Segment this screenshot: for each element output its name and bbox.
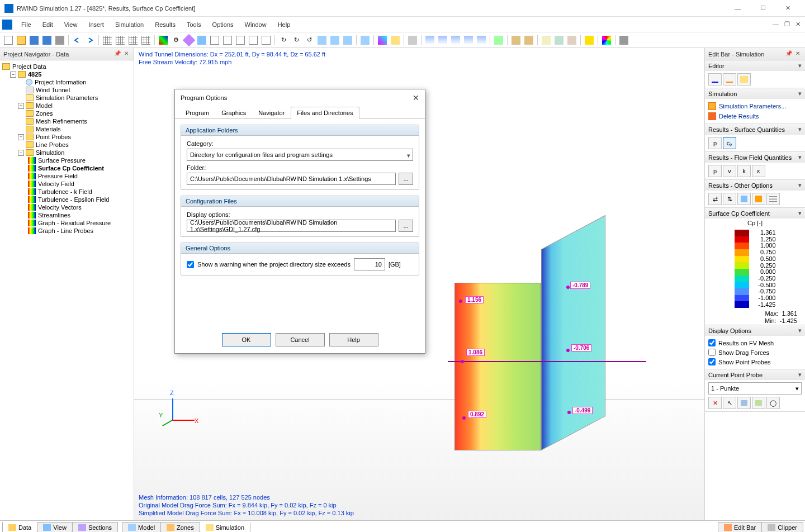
tree-line-probes[interactable]: Line Probes <box>0 141 134 149</box>
section-simulation[interactable]: Simulation▾ <box>705 88 805 99</box>
chk-show-drag[interactable]: Show Drag Forces <box>708 348 802 357</box>
section-editor[interactable]: Editor▾ <box>705 60 805 71</box>
tree-materials[interactable]: Materials <box>0 125 134 133</box>
tree-result-velocity-field[interactable]: Velocity Field <box>0 180 134 188</box>
axis-button[interactable] <box>157 34 169 46</box>
expand-icon[interactable]: + <box>18 134 24 140</box>
refresh-button-2[interactable]: ↻ <box>290 34 302 46</box>
menu-edit[interactable]: Edit <box>37 19 59 30</box>
probe-circle-button[interactable]: ◯ <box>766 397 780 409</box>
tree-result-velocity-vectors[interactable]: Velocity Vectors <box>0 203 134 211</box>
collapse-icon[interactable]: − <box>18 150 24 156</box>
menu-view[interactable]: View <box>59 19 83 30</box>
palette-button[interactable] <box>600 34 613 46</box>
other-btn-1[interactable]: ⇄ <box>708 193 722 205</box>
undo-button[interactable] <box>71 34 83 46</box>
tree-project-info[interactable]: Project Information <box>0 78 134 86</box>
obj-button-1[interactable] <box>510 34 522 46</box>
chk-show-point-probes[interactable]: Show Point Probes <box>708 357 802 367</box>
tree-result-turb-k[interactable]: Turbulence - k Field <box>0 188 134 196</box>
panel-close-icon[interactable]: ✕ <box>794 50 802 58</box>
other-btn-3[interactable] <box>737 193 751 205</box>
point-probe-select[interactable]: 1 - Punkte▾ <box>708 382 802 395</box>
misc-button-2[interactable] <box>553 34 565 46</box>
menu-simulation[interactable]: Simulation <box>110 19 149 30</box>
folder-field[interactable]: C:\Users\Public\Documents\Dlubal\RWIND S… <box>187 173 396 185</box>
flow-k-button[interactable]: k <box>737 165 751 177</box>
editor-btn-2[interactable] <box>723 73 736 86</box>
misc-button-1[interactable] <box>540 34 552 46</box>
layer-button-4[interactable] <box>449 34 462 46</box>
refresh-button-1[interactable]: ↻ <box>277 34 290 46</box>
layer-button-5[interactable] <box>462 34 475 46</box>
grid-button-3[interactable] <box>127 34 139 46</box>
tree-result-surface-pressure[interactable]: Surface Pressure <box>0 156 134 164</box>
tab-navigator[interactable]: Navigator <box>252 107 291 119</box>
menu-file[interactable]: File <box>16 19 37 30</box>
tree-result-graph-residual[interactable]: Graph - Residual Pressure <box>0 219 134 227</box>
flow-eps-button[interactable]: ε <box>752 165 765 177</box>
pin-icon[interactable]: 📌 <box>785 50 793 58</box>
section-surface-cp[interactable]: Surface Cp Coefficient▾ <box>705 208 805 218</box>
save-button[interactable] <box>28 34 40 46</box>
display-options-field[interactable]: C:\Users\Public\Documents\Dlubal\RWIND S… <box>187 220 396 232</box>
surf-p-button[interactable]: p <box>708 137 722 149</box>
new-button[interactable] <box>2 34 15 46</box>
ok-button[interactable]: OK <box>222 333 271 346</box>
tab-editbar[interactable]: Edit Bar <box>718 522 762 533</box>
close-button[interactable]: ✕ <box>775 0 801 17</box>
tool-button-5[interactable] <box>234 34 247 46</box>
mdi-minimize-button[interactable]: — <box>770 20 781 29</box>
menu-help[interactable]: Help <box>272 19 296 30</box>
tree-project[interactable]: −4825 <box>0 70 134 78</box>
project-tree[interactable]: Project Data −4825 Project Information W… <box>0 60 134 520</box>
save-all-button[interactable] <box>41 34 53 46</box>
tree-wind-tunnel[interactable]: Wind Tunnel <box>0 86 134 94</box>
tab-clipper[interactable]: Clipper <box>761 522 803 533</box>
category-dropdown[interactable]: Directory for configuration files and pr… <box>187 149 413 161</box>
misc-button-3[interactable] <box>566 34 578 46</box>
probe-img-button[interactable] <box>752 397 765 409</box>
menu-options[interactable]: Options <box>207 19 239 30</box>
other-btn-5[interactable] <box>766 193 780 205</box>
menu-tools[interactable]: Tools <box>181 19 207 30</box>
link-sim-params[interactable]: Simulation Parameters... <box>708 101 802 111</box>
layer-button-6[interactable] <box>475 34 487 46</box>
view-button-1[interactable] <box>316 34 328 46</box>
other-btn-4[interactable] <box>752 193 765 205</box>
layer-button-1[interactable] <box>406 34 419 46</box>
browse-button[interactable]: ... <box>399 173 413 185</box>
dialog-close-button[interactable]: ✕ <box>413 93 419 102</box>
tree-result-pressure-field[interactable]: Pressure Field <box>0 172 134 180</box>
other-btn-2[interactable]: ⇅ <box>723 193 736 205</box>
section-point-probe[interactable]: Current Point Probe▾ <box>705 369 805 380</box>
tab-program[interactable]: Program <box>179 107 215 119</box>
tab-zones[interactable]: Zones <box>160 522 200 533</box>
redo-button[interactable] <box>84 34 96 46</box>
warn-size-checkbox[interactable] <box>187 261 194 268</box>
maximize-button[interactable]: ☐ <box>750 0 775 17</box>
panel-close-icon[interactable]: ✕ <box>122 50 130 58</box>
tree-simulation[interactable]: −Simulation <box>0 149 134 156</box>
pin-icon[interactable]: 📌 <box>113 50 121 58</box>
view-button-4[interactable] <box>359 34 371 46</box>
section-display-options[interactable]: Display Options▾ <box>705 325 805 336</box>
tab-model[interactable]: Model <box>122 522 161 533</box>
tree-root[interactable]: Project Data <box>0 63 134 70</box>
menu-insert[interactable]: Insert <box>83 19 110 30</box>
plane-button[interactable] <box>618 34 630 46</box>
edit-button-1[interactable] <box>376 34 389 46</box>
tool-button-7[interactable] <box>260 34 272 46</box>
print-button[interactable] <box>54 34 66 46</box>
tree-result-surface-cp[interactable]: Surface Cp Coefficient <box>0 164 134 172</box>
flag-button[interactable] <box>583 34 595 46</box>
tab-data[interactable]: Data <box>2 522 37 533</box>
tool-button-4[interactable] <box>221 34 234 46</box>
editor-btn-3[interactable] <box>737 73 751 86</box>
view-button-3[interactable] <box>342 34 354 46</box>
tree-mesh-refinements[interactable]: Mesh Refinements <box>0 117 134 125</box>
browse-button[interactable]: ... <box>399 220 413 232</box>
tree-sim-params[interactable]: Simulation Parameters <box>0 94 134 102</box>
layer-button-2[interactable] <box>424 34 436 46</box>
cancel-button[interactable]: Cancel <box>276 333 325 346</box>
